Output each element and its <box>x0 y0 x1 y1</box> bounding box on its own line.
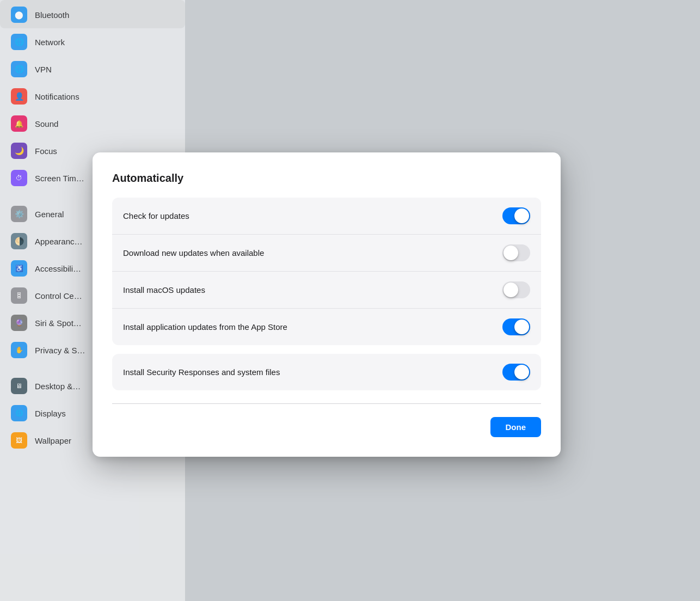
sidebar-item-label-appearance: Appearanc… <box>35 237 83 246</box>
siri-icon: 🔮 <box>11 315 27 331</box>
sidebar-item-label-siri: Siri & Spot… <box>35 318 82 328</box>
install-security-knob <box>514 365 529 379</box>
toggle-row-check-updates: Check for updates <box>112 198 541 234</box>
download-updates-toggle[interactable] <box>502 244 530 261</box>
modal-dialog: Automatically Check for updates Download… <box>93 152 561 457</box>
install-security-label: Install Security Responses and system fi… <box>123 367 280 377</box>
sidebar-item-bluetooth[interactable]: ⬤ Bluetooth <box>0 0 185 28</box>
appearance-icon: 🌗 <box>11 233 27 249</box>
install-appstore-knob <box>514 320 529 334</box>
done-button[interactable]: Done <box>490 417 542 437</box>
sidebar-item-label-general: General <box>35 210 64 219</box>
check-updates-label: Check for updates <box>123 211 189 220</box>
sidebar-item-label-wallpaper: Wallpaper <box>35 436 71 445</box>
check-updates-knob <box>514 208 529 223</box>
sidebar-item-label-screentime: Screen Tim… <box>35 174 84 183</box>
toggle-group-2: Install Security Responses and system fi… <box>112 354 541 390</box>
install-appstore-toggle[interactable] <box>502 318 530 335</box>
install-security-toggle[interactable] <box>502 364 530 381</box>
toggle-row-install-appstore: Install application updates from the App… <box>112 308 541 345</box>
sidebar-item-label-network: Network <box>35 38 65 47</box>
general-icon: ⚙️ <box>11 206 27 222</box>
sidebar-item-vpn[interactable]: 🌐 VPN <box>0 56 185 83</box>
install-macos-label: Install macOS updates <box>123 285 205 295</box>
toggle-row-install-security: Install Security Responses and system fi… <box>112 354 541 390</box>
toggle-row-download-updates: Download new updates when available <box>112 234 541 271</box>
bluetooth-icon: ⬤ <box>11 7 27 23</box>
desktop-icon: 🖥 <box>11 378 27 394</box>
sidebar-item-label-sound: Sound <box>35 119 58 128</box>
privacy-icon: ✋ <box>11 342 27 358</box>
vpn-icon: 🌐 <box>11 61 27 77</box>
sound-icon: 🔔 <box>11 115 27 132</box>
wallpaper-icon: 🖼 <box>11 432 27 449</box>
toggle-row-install-macos: Install macOS updates <box>112 271 541 308</box>
sidebar-item-network[interactable]: 🌐 Network <box>0 28 185 56</box>
download-updates-knob <box>503 246 518 260</box>
sidebar-item-label-vpn: VPN <box>35 65 52 74</box>
toggle-group-1: Check for updates Download new updates w… <box>112 198 541 345</box>
install-appstore-label: Install application updates from the App… <box>123 322 287 332</box>
modal-footer: Done <box>112 417 541 437</box>
sidebar-item-label-desktop: Desktop &… <box>35 382 81 391</box>
sidebar-item-label-bluetooth: Bluetooth <box>35 10 69 20</box>
accessibility-icon: ♿ <box>11 260 27 277</box>
sidebar-item-label-accessibility: Accessibili… <box>35 264 81 273</box>
sidebar-item-sound[interactable]: 🔔 Sound <box>0 110 185 137</box>
focus-icon: 🌙 <box>11 143 27 159</box>
sidebar-item-label-focus: Focus <box>35 146 57 156</box>
sidebar-item-label-privacy: Privacy & S… <box>35 346 85 355</box>
notifications-icon: 👤 <box>11 88 27 105</box>
displays-icon: 🌐 <box>11 405 27 421</box>
controlcenter-icon: 🎛 <box>11 287 27 304</box>
screentime-icon: ⏱ <box>11 170 27 186</box>
modal-divider <box>112 403 541 404</box>
modal-title: Automatically <box>112 172 541 185</box>
sidebar-item-notifications[interactable]: 👤 Notifications <box>0 83 185 110</box>
install-macos-toggle[interactable] <box>502 281 530 298</box>
sidebar-item-label-displays: Displays <box>35 409 66 418</box>
sidebar-item-label-notifications: Notifications <box>35 92 79 101</box>
sidebar-item-label-controlcenter: Control Ce… <box>35 291 82 300</box>
network-icon: 🌐 <box>11 34 27 50</box>
download-updates-label: Download new updates when available <box>123 248 264 257</box>
install-macos-knob <box>503 283 518 297</box>
check-updates-toggle[interactable] <box>502 207 530 224</box>
